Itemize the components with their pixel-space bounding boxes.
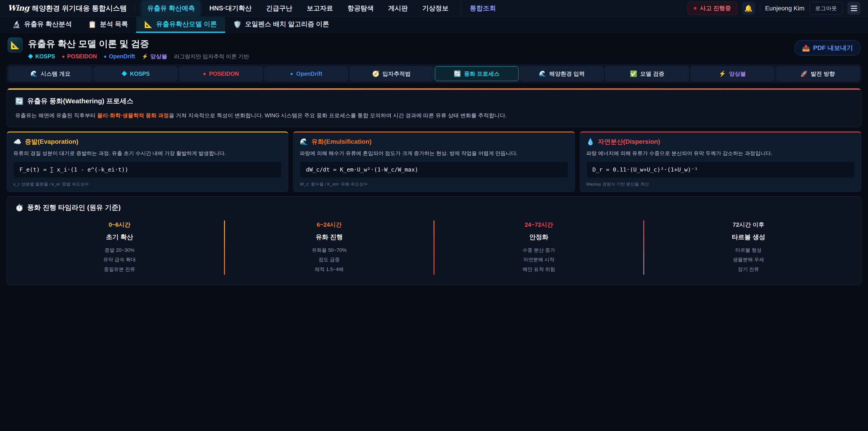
- timeline-grid: 0~6시간 초기 확산 증발 20~30% 유막 급속 확대 중질유분 잔류 6…: [15, 219, 853, 276]
- tab-future-direction[interactable]: 🚀 발전 방향: [776, 66, 860, 81]
- stage-detail: 유화율 50~70%: [230, 245, 428, 255]
- subtab-spill-analysis[interactable]: 🔬 유출유 확산분석: [4, 17, 80, 33]
- tab-weathering-process[interactable]: 🔄 풍화 프로세스: [435, 66, 519, 81]
- incident-status-badge: 사고 진행중: [688, 2, 737, 15]
- wave-icon: 🌊: [300, 138, 308, 146]
- formula-box-evaporation: F_e(t) = ∑ x_i·(1 - e^(-k_ei·t)): [13, 161, 282, 178]
- blue-dot-icon: ●: [290, 71, 293, 76]
- card-emulsification: 🌊 유화(Emulsification) 파랑에 의해 해수가 유류에 혼입되어…: [293, 131, 575, 192]
- logout-button[interactable]: 로그아웃: [809, 2, 842, 15]
- description-text: 유출유는 해면에 유출된 직후부터: [15, 112, 97, 118]
- subtab-oilfence-algorithm[interactable]: 🛡️ 오일펜스 배치 알고리즘 이론: [225, 17, 338, 33]
- badge-label: POSEIDON: [67, 53, 97, 60]
- stage-detail: 증발 20~30%: [21, 245, 219, 255]
- subtab-analysis-list[interactable]: 📋 분석 목록: [80, 17, 136, 33]
- badge-poseidon: ● POSEIDON: [62, 53, 97, 60]
- formula-note: W_c: 함수율 / K_em: 유화 속도상수: [300, 181, 568, 187]
- tab-ocean-environment-input[interactable]: 🌊 해양환경 입력: [520, 66, 604, 81]
- app-root: Wing 해양환경 위기대응 통합시스템 유출유 확산예측 HNS·대기확산 긴…: [0, 0, 868, 431]
- badge-label: 앙상블: [150, 53, 167, 60]
- tab-label: POSEIDON: [209, 70, 239, 77]
- stage-detail: 자연분해 시작: [440, 255, 638, 265]
- tab-system-overview[interactable]: 🌊 시스템 개요: [8, 66, 92, 81]
- badge-label: OpenDrift: [109, 53, 135, 60]
- stage-detail: 장기 잔류: [650, 265, 848, 274]
- main-content: 📐 유출유 확산 모델 이론 및 검증 ◆ KOSPS ● POSEIDON: [0, 33, 868, 285]
- diamond-icon: ◆: [28, 53, 33, 60]
- clipboard-icon: 📋: [88, 20, 96, 28]
- tab-label: 발전 방향: [811, 70, 835, 78]
- formula-note: x_i: 성분별 몰분율 / k_ei: 증발 속도상수: [13, 181, 282, 187]
- nav-item-hns-atmospheric[interactable]: HNS·대기확산: [204, 0, 257, 16]
- stage-name: 안정화: [440, 233, 638, 241]
- card-description: 파랑 에너지에 의해 유류가 수중으로 분산되어 유막 두께가 감소하는 과정입…: [586, 150, 855, 157]
- system-name: 해양환경 위기대응 통합시스템: [32, 4, 127, 13]
- nav-item-weather-info[interactable]: 기상정보: [416, 0, 454, 16]
- subtab-label: 분석 목록: [100, 20, 128, 29]
- lightning-icon: ⚡: [142, 54, 148, 59]
- page-header: 📐 유출유 확산 모델 이론 및 검증 ◆ KOSPS ● POSEIDON: [7, 37, 861, 60]
- triangle-ruler-icon: 📐: [144, 20, 153, 28]
- rocket-icon: 🚀: [800, 70, 808, 77]
- red-dot-icon: ●: [62, 54, 65, 59]
- tab-label: OpenDrift: [296, 70, 322, 77]
- compass-icon: 🧭: [372, 70, 379, 77]
- tab-label: 모델 검증: [640, 70, 664, 78]
- nav-item-aerial-search[interactable]: 항공탐색: [342, 0, 379, 16]
- process-cards-row: ☁️ 증발(Evaporation) 유류의 경질 성분이 대기로 증발하는 과…: [7, 131, 861, 192]
- red-dot-icon: ●: [203, 71, 206, 76]
- check-icon: ✅: [630, 70, 637, 77]
- badge-opendrift: ● OpenDrift: [104, 53, 135, 60]
- section-title-text: 풍화 진행 타임라인 (원유 기준): [27, 203, 121, 212]
- weathering-description: 유출유는 해면에 유출된 직후부터 물리·화학·생물학적 풍화 과정을 거쳐 지…: [15, 111, 853, 120]
- stage-detail: 타르볼 형성: [650, 245, 848, 255]
- card-title-dispersion: 💧 자연분산(Dispersion): [586, 137, 855, 146]
- nav-item-board[interactable]: 게시판: [382, 0, 413, 16]
- user-name: Eunjeong Kim: [765, 5, 804, 12]
- section-tab-strip: 🌊 시스템 개요 ◆ KOSPS ● POSEIDON ● OpenDrift …: [7, 65, 861, 83]
- status-dot-icon: [694, 7, 697, 10]
- nav-item-oil-spill-prediction[interactable]: 유출유 확산예측: [142, 0, 200, 16]
- nav-item-reports[interactable]: 보고자료: [301, 0, 339, 16]
- tab-model-validation[interactable]: ✅ 모델 검증: [605, 66, 689, 81]
- main-nav: 유출유 확산예측 HNS·대기확산 긴급구난 보고자료 항공탐색 게시판 기상정…: [142, 0, 502, 16]
- weathering-section-title: 🔄 유출유 풍화(Weathering) 프로세스: [15, 96, 853, 106]
- nav-item-integrated-search[interactable]: 통합조회: [461, 0, 502, 16]
- model-badge-row: ◆ KOSPS ● POSEIDON ● OpenDrift ⚡: [28, 53, 249, 60]
- weathering-timeline-section: ⏱️ 풍화 진행 타임라인 (원유 기준) 0~6시간 초기 확산 증발 20~…: [7, 196, 861, 285]
- subtab-model-theory[interactable]: 📐 유출유확산모델 이론: [136, 17, 225, 33]
- stage-time: 72시간 이후: [650, 221, 848, 229]
- tab-kosps[interactable]: ◆ KOSPS: [94, 66, 178, 81]
- formula-box-emulsification: dW_c/dt = K_em·U_w²·(1-W_c/W_max): [300, 161, 568, 178]
- shield-icon: 🛡️: [233, 20, 242, 28]
- pdf-export-button[interactable]: 📤 PDF 내보내기: [795, 40, 860, 56]
- tab-particle-tracking[interactable]: 🧭 입자추적법: [349, 66, 433, 81]
- badge-ensemble: ⚡ 앙상블: [142, 53, 167, 60]
- card-description: 유류의 경질 성분이 대기로 증발하는 과정. 유출 초기 수시간 내에 가장 …: [13, 150, 282, 157]
- app-logo[interactable]: Wing 해양환경 위기대응 통합시스템: [8, 3, 135, 13]
- card-title-text: 유화(Emulsification): [311, 137, 372, 146]
- tab-ensemble[interactable]: ⚡ 앙상블: [690, 66, 774, 81]
- card-title-text: 자연분산(Dispersion): [598, 137, 660, 146]
- notification-bell-button[interactable]: 🔔: [742, 2, 755, 15]
- stage-time: 0~6시간: [21, 221, 219, 229]
- tab-label: 입자추적법: [382, 70, 411, 78]
- tab-label: 해양환경 입력: [549, 70, 585, 78]
- divider: [760, 4, 760, 13]
- microscope-icon: 🔬: [12, 20, 21, 28]
- hamburger-icon: [851, 6, 857, 11]
- wave-icon: 🌊: [539, 70, 546, 77]
- tab-poseidon[interactable]: ● POSEIDON: [179, 66, 263, 81]
- menu-button[interactable]: [847, 2, 860, 15]
- subtab-label: 오일펜스 배치 알고리즘 이론: [245, 20, 329, 29]
- stage-time: 24~72시간: [440, 221, 638, 229]
- card-title-text: 증발(Evaporation): [25, 137, 78, 146]
- nav-item-emergency-rescue[interactable]: 긴급구난: [260, 0, 298, 16]
- subtab-label: 유출유확산모델 이론: [156, 20, 217, 29]
- card-description: 파랑에 의해 해수가 유류에 혼입되어 점도가 크게 증가하는 현상. 방제 작…: [300, 150, 568, 157]
- tab-opendrift[interactable]: ● OpenDrift: [264, 66, 348, 81]
- timeline-stage-tarball: 72시간 이후 타르볼 생성 타르볼 형성 생물분해 우세 장기 잔류: [644, 219, 853, 276]
- topnav-right: 사고 진행중 🔔 Eunjeong Kim 로그아웃: [688, 2, 860, 15]
- refresh-icon: 🔄: [15, 97, 24, 105]
- stage-detail: 수중 분산 증가: [440, 245, 638, 255]
